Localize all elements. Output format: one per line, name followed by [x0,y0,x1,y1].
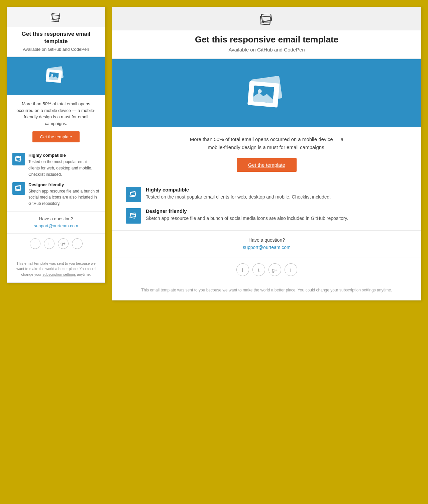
mobile-feature-2-text: Designer friendly Sketch app resource fi… [28,182,100,207]
desktop-feature-2-text: Designer friendly Sketch app resource fi… [146,208,348,222]
desktop-feature-2-icon [126,208,141,224]
mobile-googleplus-icon[interactable]: g+ [58,238,69,249]
desktop-hero-icon [248,78,285,108]
mobile-feature-2-desc: Sketch app resource file and a bunch of … [28,189,99,206]
mobile-email-link[interactable]: support@ourteam.com [34,223,78,228]
desktop-feature-1-desc: Tested on the most popular email clients… [146,194,331,200]
mobile-body-section: More than 50% of total email opens occur… [7,95,105,148]
mobile-feature-1-title: Highly compatible [28,153,100,158]
desktop-feature-1-icon [126,187,141,202]
desktop-body-section: More than 50% of total email opens occur… [112,127,421,180]
mobile-hero-section [7,57,105,95]
desktop-top-photo-icon [260,14,274,25]
mobile-social-section: f t g+ i [7,234,105,257]
mobile-feature-2-title: Designer friendly [28,182,100,187]
desktop-header: Get this responsive email template Avail… [112,30,421,59]
mobile-header: Get this responsive email template Avail… [7,27,105,57]
desktop-twitter-icon[interactable]: t [252,263,265,276]
mobile-cta-button[interactable]: Get the template [32,131,79,142]
desktop-social-section: f t g+ i [112,257,421,287]
desktop-social-icons: f t g+ i [126,263,408,276]
top-photo-icon [51,13,62,22]
page-wrapper: Get this responsive email template Avail… [7,7,421,300]
mobile-title: Get this responsive email template [14,30,98,45]
mobile-feature-2: Designer friendly Sketch app resource fi… [12,182,100,207]
desktop-feature-2-desc: Sketch app resource file and a bunch of … [146,216,348,221]
desktop-top-icon-area [112,7,421,30]
mobile-footer-legal: This email template was sent to you beco… [7,257,105,283]
mobile-twitter-icon[interactable]: t [44,238,55,249]
mobile-feature-1-text: Highly compatible Tested on the most pop… [28,153,100,177]
desktop-feature-1-title: Highly compatible [146,187,331,193]
desktop-feature-1: Highly compatible Tested on the most pop… [126,187,408,202]
mobile-feature-2-icon [12,182,25,195]
mobile-email-card: Get this responsive email template Avail… [7,7,105,283]
desktop-footer-legal: This email template was sent to you beco… [112,287,421,300]
mobile-subtitle: Available on GitHub and CodePen [14,47,98,52]
desktop-feature-2-title: Designer friendly [146,208,348,214]
mobile-footer-section: Have a question? support@ourteam.com [7,212,105,234]
mobile-facebook-icon[interactable]: f [30,238,40,249]
mobile-instagram-icon[interactable]: i [72,238,83,249]
desktop-legal-text: This email template was sent to you beco… [126,287,408,293]
desktop-question-label: Have a question? [126,237,408,243]
mobile-social-icons: f t g+ i [12,238,100,249]
desktop-feature-2: Designer friendly Sketch app resource fi… [126,208,408,224]
mobile-feature-1: Highly compatible Tested on the most pop… [12,153,100,177]
mobile-legal-text: This email template was sent to you beco… [12,261,100,277]
desktop-footer-section: Have a question? support@ourteam.com [112,231,421,257]
desktop-subtitle: Available on GitHub and CodePen [126,47,408,52]
desktop-features-section: Highly compatible Tested on the most pop… [112,180,421,231]
desktop-cta-button[interactable]: Get the template [237,158,297,172]
mobile-feature-1-icon [12,153,25,165]
mobile-question-label: Have a question? [12,216,100,221]
mobile-top-icon-area [7,7,105,27]
mobile-features-section: Highly compatible Tested on the most pop… [7,148,105,212]
mobile-hero-icon [46,67,66,84]
mobile-subscription-link[interactable]: subscription settings [42,272,76,276]
desktop-email-link[interactable]: support@ourteam.com [243,245,291,250]
desktop-hero-section [112,59,421,127]
desktop-subscription-link[interactable]: subscription settings [339,288,376,292]
desktop-email-card: Get this responsive email template Avail… [112,7,421,300]
desktop-feature-1-text: Highly compatible Tested on the most pop… [146,187,331,201]
desktop-title: Get this responsive email template [126,34,408,45]
mobile-feature-1-desc: Tested on the most popular email clients… [28,159,92,177]
desktop-instagram-icon[interactable]: i [285,263,297,276]
desktop-googleplus-icon[interactable]: g+ [269,263,281,276]
mobile-body-text: More than 50% of total email opens occur… [14,101,98,127]
desktop-body-text: More than 50% of total email opens occur… [183,135,350,151]
desktop-facebook-icon[interactable]: f [236,263,249,276]
